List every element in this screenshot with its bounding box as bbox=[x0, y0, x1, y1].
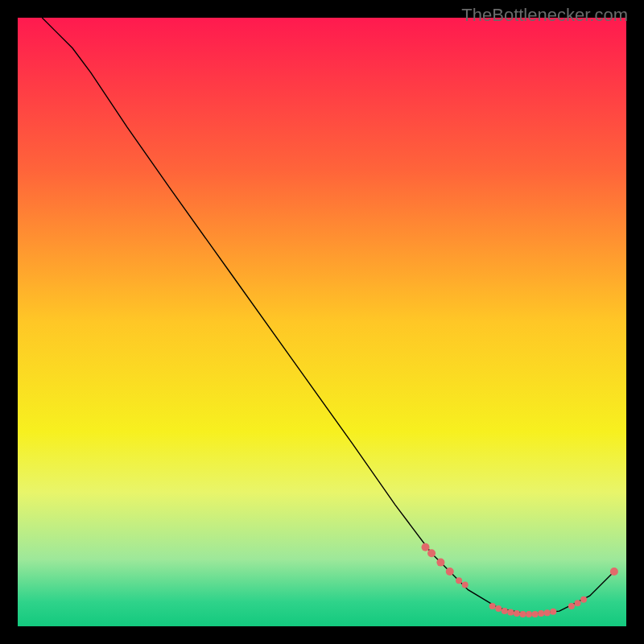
chart-marker-point bbox=[456, 577, 462, 584]
chart-marker-point bbox=[489, 603, 496, 609]
chart-marker-point bbox=[538, 610, 544, 617]
chart-marker-point bbox=[422, 543, 430, 551]
chart-marker-point bbox=[427, 549, 436, 557]
chart-marker-point bbox=[436, 559, 444, 567]
chart-marker-point bbox=[519, 611, 526, 617]
chart-marker-point bbox=[550, 609, 556, 615]
chart-marker-point bbox=[610, 568, 618, 576]
chart-marker-point bbox=[462, 582, 469, 588]
chart-marker-point bbox=[495, 605, 502, 612]
chart-marker-point bbox=[502, 608, 508, 614]
chart-plot-area bbox=[18, 18, 626, 626]
chart-background bbox=[18, 18, 626, 626]
chart-marker-point bbox=[532, 611, 539, 617]
chart-marker-point bbox=[446, 568, 454, 576]
watermark-text: TheBottlenecker.com bbox=[461, 5, 628, 26]
chart-marker-point bbox=[544, 609, 551, 616]
chart-marker-point bbox=[575, 600, 581, 606]
chart-marker-point bbox=[514, 610, 520, 617]
chart-svg bbox=[18, 18, 626, 626]
chart-marker-point bbox=[526, 611, 532, 617]
chart-marker-point bbox=[580, 597, 587, 603]
chart-marker-point bbox=[568, 603, 575, 609]
chart-marker-point bbox=[507, 609, 514, 616]
